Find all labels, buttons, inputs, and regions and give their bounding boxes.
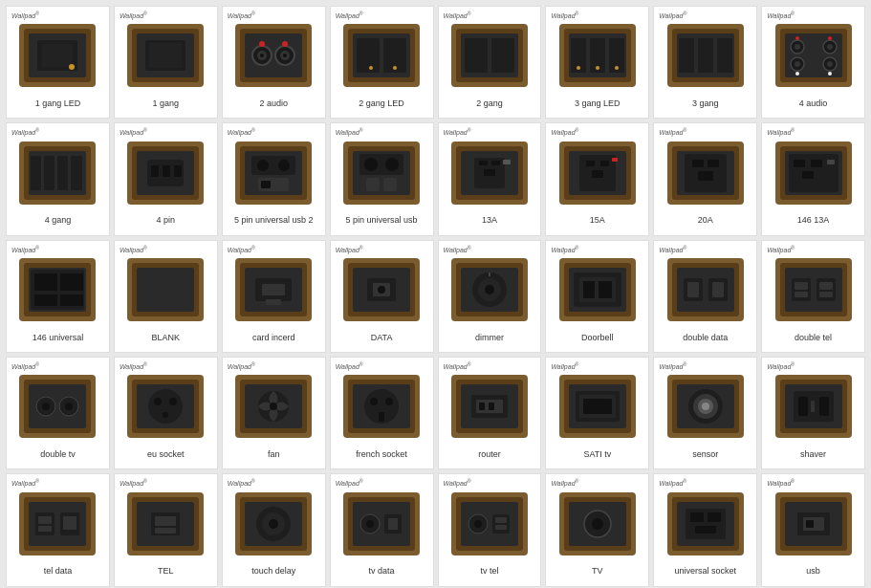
brand-logo: Wallpad® bbox=[120, 245, 147, 253]
list-item[interactable]: Wallpad® 146 13A bbox=[761, 122, 865, 235]
list-item[interactable]: Wallpad® card incerd bbox=[222, 240, 326, 353]
brand-logo: Wallpad® bbox=[659, 478, 686, 487]
list-item[interactable]: Wallpad® 1 gang LED bbox=[6, 6, 110, 119]
list-item[interactable]: Wallpad® double tel bbox=[761, 240, 865, 353]
list-item[interactable]: Wallpad® 2 gang LED bbox=[330, 6, 434, 119]
brand-logo: Wallpad® bbox=[11, 127, 39, 136]
list-item[interactable]: Wallpad® 13A bbox=[438, 122, 542, 235]
product-image bbox=[663, 372, 749, 441]
svg-point-20 bbox=[259, 41, 265, 47]
list-item[interactable]: Wallpad® Doorbell bbox=[545, 240, 649, 353]
svg-point-61 bbox=[828, 36, 832, 40]
brand-logo: Wallpad® bbox=[659, 127, 686, 136]
list-item[interactable]: Wallpad® touch delay bbox=[222, 473, 326, 586]
brand-logo: Wallpad® bbox=[444, 11, 471, 19]
svg-rect-124 bbox=[827, 160, 835, 164]
list-item[interactable]: Wallpad® tel data bbox=[6, 473, 110, 586]
brand-logo: Wallpad® bbox=[228, 127, 255, 136]
list-item[interactable]: Wallpad® dimmer bbox=[438, 240, 542, 353]
svg-rect-67 bbox=[31, 156, 41, 190]
list-item[interactable]: Wallpad® 5 pin universal usb bbox=[330, 122, 434, 235]
svg-point-21 bbox=[282, 41, 288, 47]
list-item[interactable]: Wallpad® shaver bbox=[761, 357, 865, 469]
product-image bbox=[771, 490, 857, 558]
list-item[interactable]: Wallpad® sensor bbox=[653, 357, 757, 469]
brand-logo: Wallpad® bbox=[11, 11, 39, 19]
product-image bbox=[446, 21, 533, 90]
svg-rect-47 bbox=[698, 38, 713, 73]
list-item[interactable]: Wallpad® 20A bbox=[653, 122, 757, 235]
list-item[interactable]: Wallpad® 146 universal bbox=[6, 240, 110, 353]
svg-rect-283 bbox=[806, 520, 814, 528]
svg-rect-98 bbox=[479, 161, 488, 165]
svg-rect-48 bbox=[717, 38, 732, 73]
list-item[interactable]: Wallpad® 5 pin universal usb 2 bbox=[222, 122, 326, 235]
list-item[interactable]: Wallpad® double tv bbox=[6, 357, 110, 469]
list-item[interactable]: Wallpad® double data bbox=[653, 240, 757, 353]
product-label: double tel bbox=[795, 327, 832, 348]
list-item[interactable]: Wallpad® fan bbox=[222, 357, 326, 469]
svg-point-91 bbox=[385, 158, 399, 171]
product-label: shaver bbox=[800, 444, 826, 465]
list-item[interactable]: Wallpad® BLANK bbox=[114, 240, 218, 353]
product-label: tv data bbox=[369, 561, 395, 582]
svg-rect-277 bbox=[695, 526, 716, 534]
svg-rect-257 bbox=[388, 518, 398, 530]
list-item[interactable]: Wallpad® 4 gang bbox=[6, 122, 110, 235]
svg-point-19 bbox=[283, 54, 287, 57]
list-item[interactable]: Wallpad® 4 audio bbox=[761, 6, 865, 119]
brand-logo: Wallpad® bbox=[767, 127, 795, 136]
list-item[interactable]: Wallpad® TV bbox=[545, 473, 649, 586]
product-image bbox=[771, 21, 857, 90]
brand-logo: Wallpad® bbox=[11, 478, 39, 487]
list-item[interactable]: Wallpad® universal socket bbox=[653, 473, 757, 586]
list-item[interactable]: Wallpad® french socket bbox=[330, 357, 434, 469]
svg-rect-121 bbox=[794, 160, 805, 167]
list-item[interactable]: Wallpad® usb bbox=[761, 473, 865, 586]
product-label: 146 13A bbox=[797, 210, 830, 231]
brand-logo: Wallpad® bbox=[336, 361, 363, 370]
product-image bbox=[122, 21, 208, 90]
svg-rect-33 bbox=[491, 38, 514, 73]
list-item[interactable]: Wallpad® SATI tv bbox=[545, 357, 649, 469]
list-item[interactable]: Wallpad® DATA bbox=[330, 240, 434, 353]
list-item[interactable]: Wallpad® router bbox=[438, 357, 542, 469]
list-item[interactable]: Wallpad® 1 gang bbox=[114, 6, 218, 119]
brand-logo: Wallpad® bbox=[336, 127, 363, 136]
svg-rect-276 bbox=[708, 512, 721, 522]
product-image bbox=[446, 139, 533, 207]
svg-point-270 bbox=[592, 518, 603, 530]
product-label: router bbox=[478, 444, 501, 465]
list-item[interactable]: Wallpad® TEL bbox=[114, 473, 218, 586]
list-item[interactable]: Wallpad® 3 gang LED bbox=[545, 6, 649, 119]
product-label: 5 pin universal usb 2 bbox=[234, 210, 314, 231]
list-item[interactable]: Wallpad® 15A bbox=[545, 122, 649, 235]
svg-rect-76 bbox=[163, 165, 170, 177]
product-image bbox=[338, 21, 425, 90]
product-label: french socket bbox=[356, 444, 407, 465]
list-item[interactable]: Wallpad® 2 gang bbox=[438, 6, 542, 119]
svg-rect-173 bbox=[795, 282, 808, 290]
brand-logo: Wallpad® bbox=[659, 245, 686, 253]
svg-rect-129 bbox=[34, 273, 57, 291]
product-label: tv tel bbox=[480, 561, 498, 582]
product-image bbox=[446, 372, 533, 441]
list-item[interactable]: Wallpad® tv tel bbox=[438, 473, 542, 586]
svg-rect-122 bbox=[811, 160, 822, 167]
product-label: touch delay bbox=[251, 561, 295, 582]
list-item[interactable]: Wallpad® tv data bbox=[330, 473, 434, 586]
product-image bbox=[230, 372, 316, 441]
list-item[interactable]: Wallpad® eu socket bbox=[114, 357, 218, 469]
svg-point-202 bbox=[385, 398, 393, 405]
product-label: usb bbox=[806, 561, 820, 582]
svg-rect-106 bbox=[586, 161, 595, 166]
list-item[interactable]: Wallpad® 3 gang bbox=[653, 6, 757, 119]
svg-rect-235 bbox=[38, 516, 52, 524]
svg-rect-177 bbox=[819, 292, 833, 297]
brand-logo: Wallpad® bbox=[120, 478, 147, 487]
list-item[interactable]: Wallpad® 2 audio bbox=[222, 6, 326, 119]
svg-rect-46 bbox=[679, 38, 694, 73]
svg-rect-236 bbox=[38, 526, 52, 532]
brand-logo: Wallpad® bbox=[551, 245, 578, 253]
list-item[interactable]: Wallpad® 4 pin bbox=[114, 122, 218, 235]
